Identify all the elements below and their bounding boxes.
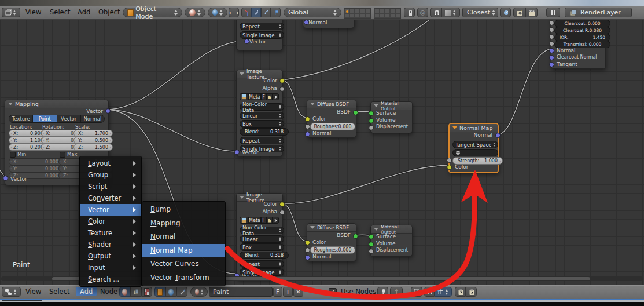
source-dropdown[interactable]: Single Image — [240, 31, 284, 39]
projection-dropdown[interactable]: Box — [240, 120, 284, 128]
extension-dropdown[interactable]: Repeat — [240, 23, 284, 30]
projection-dropdown[interactable]: Box — [240, 243, 284, 251]
max-checkbox[interactable] — [60, 152, 65, 158]
editor-type-button[interactable] — [2, 287, 21, 297]
compositing-nodes-button[interactable] — [130, 287, 141, 297]
menu-select[interactable]: Select — [50, 8, 70, 16]
pause-button[interactable] — [546, 8, 560, 17]
menu-item-input[interactable]: Input — [80, 262, 141, 274]
menu-item-vector[interactable]: Vector — [80, 204, 141, 216]
unlink-material-button[interactable]: ✕ — [293, 287, 303, 297]
proportional-edit-button[interactable]: ◎ — [417, 8, 428, 17]
orientation-dropdown[interactable]: Global — [284, 8, 341, 17]
input-socket-transmission[interactable] — [549, 41, 554, 46]
submenu-item-vector-curves[interactable]: Vector Curves — [142, 257, 225, 271]
input-socket-volume[interactable] — [369, 118, 374, 123]
scale-z-field[interactable]: Z:1.500 — [73, 144, 113, 151]
input-socket-displacement[interactable] — [369, 249, 374, 254]
snap-toggle-button[interactable] — [424, 287, 435, 297]
min-y-field[interactable]: Y:0.000 — [9, 165, 63, 172]
render-layer-dropdown[interactable]: RenderLayer — [565, 8, 632, 17]
roughness-slider[interactable]: Roughnes:0.000 — [310, 246, 355, 254]
manipulate-center-points-button[interactable]: ⟷ — [229, 8, 239, 17]
node-header[interactable]: Image Texture — [237, 70, 282, 78]
manipulator-extra-button[interactable] — [271, 8, 281, 17]
menu-item-color[interactable]: Color — [80, 216, 141, 227]
collapse-icon[interactable] — [452, 126, 457, 129]
image-browse-button[interactable] — [240, 217, 248, 224]
input-socket-vector[interactable] — [244, 39, 249, 44]
input-socket-normal[interactable] — [549, 48, 554, 53]
snap-toggle-button[interactable] — [430, 8, 441, 17]
scale-y-field[interactable]: Y:0.500 — [73, 137, 113, 144]
extension-dropdown[interactable]: Repeat — [240, 137, 284, 144]
output-socket-alpha[interactable] — [279, 86, 285, 92]
new-material-button[interactable]: + — [283, 287, 293, 297]
tab-texture[interactable]: Texture — [9, 115, 33, 122]
menu-add[interactable]: Add — [78, 8, 90, 16]
input-socket-vector[interactable] — [3, 176, 8, 181]
menu-add[interactable]: Add — [76, 287, 97, 296]
output-socket-alpha[interactable] — [279, 210, 285, 215]
world-shader-button[interactable] — [165, 287, 176, 297]
input-socket-volume[interactable] — [369, 242, 374, 247]
input-socket-roughness[interactable] — [305, 247, 310, 253]
menu-view[interactable]: View — [25, 287, 41, 296]
input-socket-clearcoat-normal[interactable] — [549, 55, 554, 60]
node-header[interactable]: Material Output — [371, 102, 412, 110]
lock-button[interactable] — [404, 8, 415, 17]
blend-slider[interactable]: Blend:0.318 — [240, 128, 289, 136]
unlink-image-button[interactable] — [273, 217, 279, 224]
scale-x-field[interactable]: X:1.700 — [73, 130, 113, 137]
menu-item-output[interactable]: Output — [80, 250, 141, 262]
node-principled-partial[interactable]: Clearcoat: 0.000 Clearcoat R:0.030 IOR:1… — [551, 14, 606, 69]
node-normal-map[interactable]: Normal Map Normal Tangent Space Strength… — [448, 123, 499, 173]
input-socket-clearcoat-roughness[interactable] — [549, 27, 554, 32]
open-image-button[interactable] — [266, 217, 273, 224]
collapse-icon[interactable] — [8, 103, 13, 105]
submenu-item-normal[interactable]: Normal — [142, 230, 225, 244]
submenu-item-vector-transform[interactable]: Vector Transform — [142, 271, 225, 285]
menu-node[interactable]: Node — [100, 287, 117, 296]
input-socket-vector[interactable] — [234, 150, 240, 155]
image-name-field[interactable]: Meta — [248, 93, 261, 100]
input-socket-color[interactable] — [305, 240, 310, 245]
tab-point[interactable]: Point — [33, 115, 57, 122]
interpolation-dropdown[interactable]: Linear — [240, 112, 284, 119]
copy-nodes-button[interactable] — [455, 287, 466, 297]
collapse-icon[interactable] — [240, 196, 244, 199]
pivot-dropdown[interactable] — [208, 8, 227, 17]
tab-normal[interactable]: Normal — [81, 115, 104, 122]
go-to-parent-button[interactable]: ↑ — [390, 287, 403, 297]
editor-type-button[interactable] — [2, 8, 20, 17]
layer-cell-active[interactable] — [344, 9, 349, 13]
open-image-button[interactable] — [266, 93, 273, 100]
submenu-item-bump[interactable]: Bump — [142, 203, 225, 217]
node-diffuse-bsdf-2[interactable]: Diffuse BSDF BSDF Color Roughnes:0.000 N… — [307, 223, 356, 261]
layers-grid-2[interactable] — [374, 8, 401, 19]
texture-nodes-button[interactable] — [141, 287, 152, 297]
input-socket-ior[interactable] — [549, 34, 554, 39]
roughness-slider[interactable]: Roughnes:0.000 — [310, 123, 355, 130]
space-dropdown[interactable]: Tangent Space — [452, 141, 498, 148]
interpolation-dropdown[interactable]: Linear — [240, 235, 284, 243]
input-socket-roughness[interactable] — [305, 124, 310, 129]
image-name-field[interactable]: Meta — [248, 217, 261, 224]
output-socket-normal[interactable] — [495, 133, 501, 138]
input-socket-normal[interactable] — [305, 255, 310, 260]
submenu-item-normal-map[interactable]: Normal Map — [142, 244, 225, 258]
manipulator-rotate-button[interactable] — [251, 8, 261, 17]
image-browse-button[interactable] — [240, 93, 248, 100]
object-shader-button[interactable] — [154, 287, 165, 297]
extension-dropdown[interactable]: Repeat — [240, 260, 284, 268]
menu-item-texture[interactable]: Texture — [80, 227, 141, 239]
backdrop-button[interactable] — [411, 287, 422, 297]
min-checkbox[interactable] — [10, 152, 16, 158]
manipulator-translate-button[interactable] — [241, 8, 251, 17]
linestyle-shader-button[interactable] — [176, 287, 187, 297]
node-material-output-1[interactable]: Material Output Surface Volume Displacem… — [370, 101, 413, 133]
input-socket-tangent[interactable] — [549, 62, 554, 67]
menu-item-shader[interactable]: Shader — [80, 239, 141, 250]
output-socket-color[interactable] — [279, 78, 285, 83]
menu-item-script[interactable]: Script — [80, 181, 141, 192]
